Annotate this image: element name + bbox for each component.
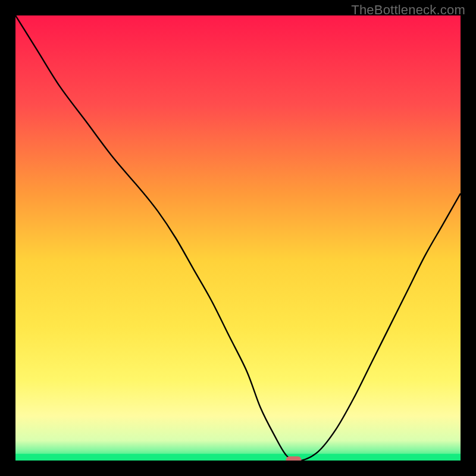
plot-svg bbox=[15, 15, 461, 461]
optimal-marker bbox=[286, 456, 302, 461]
chart-container: TheBottleneck.com bbox=[0, 0, 476, 476]
gradient-background bbox=[15, 15, 461, 461]
green-band bbox=[15, 454, 461, 461]
bottleneck-plot bbox=[15, 15, 461, 461]
